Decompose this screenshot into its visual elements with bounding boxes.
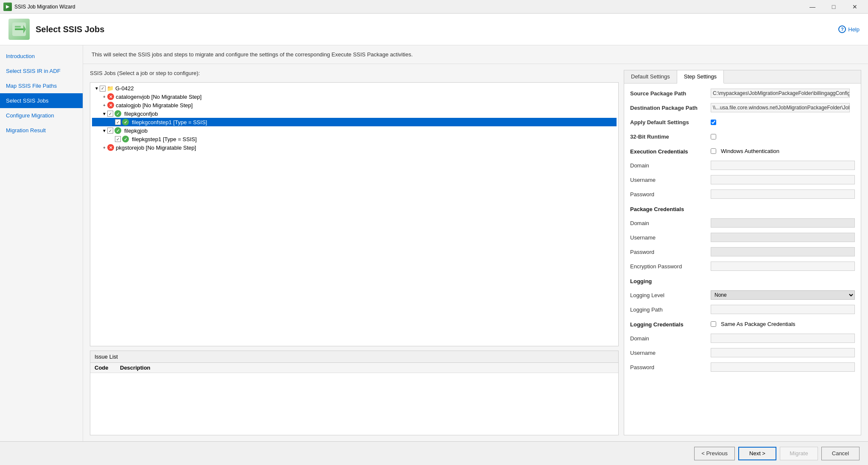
logging-section: Logging [630,275,855,286]
log-username-label: Username [630,350,711,356]
tree-checkbox-filepkgconfstep1[interactable] [115,119,121,125]
log-password-input[interactable] [711,362,855,372]
logging-label: Logging [630,278,711,284]
exec-password-input[interactable] [711,189,855,199]
col-description: Description [120,365,614,371]
tree-label-root: G-0422 [115,85,134,92]
description-bar: This will select the SSIS jobs and steps… [83,45,868,64]
windows-auth-label: Windows Authentication [721,148,779,154]
encryption-password-row: Encryption Password [630,261,855,272]
tree-toggle-catalogenvjob[interactable]: + [101,95,107,99]
main-panel: This will select the SSIS jobs and steps… [83,45,868,441]
encryption-password-label: Encryption Password [630,263,711,270]
settings-content: Source Package Path C:\mypackages\JobMig… [624,84,861,435]
logging-level-row: Logging Level None Basic Verbose [630,290,855,301]
previous-button[interactable]: < Previous [694,447,735,460]
exec-username-row: Username [630,174,855,185]
exec-domain-row: Domain [630,160,855,171]
tree-item-catalogenvjob[interactable]: + ✕ catalogenvjob [No Migratable Step] [92,92,617,101]
settings-tabs: Default Settings Step Settings [624,70,861,84]
exec-username-input[interactable] [711,175,855,184]
tree-label-filepkgconfjob: filepkgconfjob [124,111,158,117]
sidebar-item-introduction[interactable]: Introduction [0,49,83,64]
apply-default-settings-label: Apply Default Settings [630,119,711,125]
log-username-input[interactable] [711,348,855,357]
windows-auth-checkbox[interactable] [711,148,716,154]
apply-default-settings-checkbox[interactable] [711,120,716,125]
exec-domain-input[interactable] [711,161,855,170]
sidebar-item-select-ssis-jobs[interactable]: Select SSIS Jobs [0,93,83,108]
description-text: This will select the SSIS jobs and steps… [92,51,413,58]
titlebar: ▶ SSIS Job Migration Wizard — □ ✕ [0,0,868,14]
jobs-section-label: SSIS Jobs (Select a job or step to confi… [90,70,619,76]
tree-toggle-root[interactable]: ▼ [94,86,100,91]
tree-label-filepkgjob: filepkgjob [124,128,148,134]
tab-step-settings[interactable]: Step Settings [677,70,724,84]
tree-item-root[interactable]: ▼ 📁 G-0422 [92,84,617,92]
tree-toggle-pkgstorejob[interactable]: + [101,145,107,150]
logging-path-input[interactable] [711,305,855,314]
sidebar-item-map-ssis-file[interactable]: Map SSIS File Paths [0,78,83,93]
source-package-path-label: Source Package Path [630,90,711,97]
tree-item-filepkgstep1[interactable]: ✓ filepkgstep1 [Type = SSIS] [92,135,617,143]
execution-credentials-section: Execution Credentials Windows Authentica… [630,145,855,156]
tree-item-filepkgconfstep1[interactable]: ✓ filepkgconfstep1 [Type = SSIS] [92,118,617,126]
issue-list: Issue List Code Description [90,351,619,435]
issue-list-body [90,373,618,435]
sidebar-item-migration-result[interactable]: Migration Result [0,123,83,138]
pkg-domain-row: Domain [630,217,855,228]
sidebar-item-configure-migration[interactable]: Configure Migration [0,108,83,123]
header: Select SSIS Jobs ? Help [0,14,868,45]
window-controls: — □ ✕ [803,0,865,14]
help-button[interactable]: ? Help [838,25,860,33]
content-area: Introduction Select SSIS IR in ADF Map S… [0,45,868,441]
encryption-password-input[interactable] [711,262,855,271]
close-button[interactable]: ✕ [845,0,865,14]
next-button[interactable]: Next > [738,447,776,460]
package-credentials-label: Package Credentials [630,206,711,212]
logging-level-select[interactable]: None Basic Verbose [711,290,855,300]
success-icon-filepkgstep1: ✓ [122,136,129,142]
same-as-pkg-checkbox[interactable] [711,321,716,327]
error-icon-catalogenvjob: ✕ [107,93,114,100]
bit32-runtime-checkbox[interactable] [711,134,716,139]
logging-path-label: Logging Path [630,306,711,313]
tree-folder-icon: 📁 [107,85,114,92]
footer: < Previous Next > Migrate Cancel [0,441,868,465]
tree-checkbox-root[interactable] [100,86,106,92]
success-icon-filepkgjob: ✓ [114,127,121,134]
minimize-button[interactable]: — [803,0,822,14]
tree-checkbox-filepkgstep1[interactable] [115,136,121,142]
right-panel: Default Settings Step Settings Source Pa… [624,70,861,435]
log-password-row: Password [630,362,855,373]
tree-checkbox-filepkgconfjob[interactable] [107,111,113,117]
tree-item-filepkgconfjob[interactable]: ▼ ✓ filepkgconfjob [92,109,617,118]
tree-item-pkgstorejob[interactable]: + ✕ pkgstorejob [No Migratable Step] [92,143,617,152]
jobs-tree[interactable]: ▼ 📁 G-0422 + ✕ catalogenvjob [No Migrata… [90,82,619,346]
pkg-domain-input[interactable] [711,218,855,228]
destination-package-path-value[interactable]: \\...usa.file.core.windows.net\JobMigrat… [711,103,850,112]
issue-list-header: Issue List [90,351,618,363]
tree-checkbox-filepkgjob[interactable] [107,128,113,134]
package-credentials-section: Package Credentials [630,203,855,214]
cancel-button[interactable]: Cancel [821,447,860,460]
maximize-button[interactable]: □ [824,0,843,14]
log-domain-input[interactable] [711,334,855,343]
sidebar-item-select-ssis-ir[interactable]: Select SSIS IR in ADF [0,64,83,78]
logging-path-row: Logging Path [630,304,855,315]
tree-item-filepkgjob[interactable]: ▼ ✓ filepkgjob [92,126,617,135]
tree-toggle-catalogjob[interactable]: + [101,103,107,108]
tree-item-catalogjob[interactable]: + ✕ catalogjob [No Migratable Step] [92,101,617,109]
tree-toggle-filepkgconfjob[interactable]: ▼ [101,111,107,116]
migrate-button[interactable]: Migrate [780,447,818,460]
pkg-password-input[interactable] [711,247,855,256]
pkg-username-input[interactable] [711,233,855,242]
sidebar: Introduction Select SSIS IR in ADF Map S… [0,45,83,441]
tab-default-settings[interactable]: Default Settings [624,70,677,83]
header-icon [8,19,30,40]
apply-default-settings-row: Apply Default Settings [630,117,855,128]
pkg-username-label: Username [630,234,711,241]
pkg-password-row: Password [630,246,855,257]
tree-toggle-filepkgjob[interactable]: ▼ [101,128,107,133]
source-package-path-value[interactable]: C:\mypackages\JobMigrationPackageFolder\… [711,89,850,98]
